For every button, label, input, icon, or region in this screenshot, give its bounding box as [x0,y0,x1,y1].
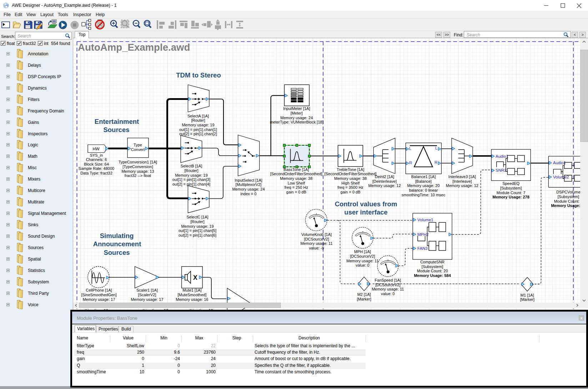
svg-text:gain = 0 dB: gain = 0 dB [341,190,361,194]
svg-text:[TypeConversion]: [TypeConversion] [122,165,153,169]
svg-text:HW: HW [92,147,99,151]
svg-text:L: L [435,146,438,150]
svg-text:Mute1 [1A]: Mute1 [1A] [182,288,201,292]
svg-text:SelectA [1A]: SelectA [1A] [187,114,209,118]
svg-text:L: L [409,146,412,151]
svg-text:gain = 0 dB: gain = 0 dB [286,190,306,194]
svg-text:Memory usage: 38: Memory usage: 38 [334,176,367,181]
svg-text:Memory usage: 38: Memory usage: 38 [280,176,312,181]
svg-text:[Balance]: [Balance] [415,179,432,183]
svg-text:[Deinterleave]: [Deinterleave] [372,179,397,183]
svg-text:Volume2: Volume2 [553,175,569,179]
svg-text:X: X [193,274,197,281]
svg-text:[DCSourceV2]: [DCSourceV2] [375,283,400,287]
svg-text:[DCSourceV2]: [DCSourceV2] [350,254,375,258]
svg-text:Entertainment: Entertainment [95,118,139,125]
svg-text:Memory usage: 17: Memory usage: 17 [82,297,115,302]
svg-text:BassTone [1A]: BassTone [1A] [283,167,309,172]
svg-text:FAN3: FAN3 [417,246,428,251]
svg-text:[MuteSmoothed]: [MuteSmoothed] [178,293,207,297]
svg-text:value: -9: value: -9 [309,246,324,250]
svg-text:M2 [1A]: M2 [1A] [357,292,371,297]
svg-text:SNR2: SNR2 [496,168,507,172]
svg-text:Interleave3 [1A]: Interleave3 [1A] [448,175,476,179]
svg-text:MPH [1A]: MPH [1A] [354,249,371,254]
svg-text:InputSelect [1A]: InputSelect [1A] [235,178,262,182]
svg-text:freq = 3500 Hz: freq = 3500 Hz [337,185,363,190]
svg-text:Low Shelf: Low Shelf [288,181,305,185]
svg-text:out[2] = pin[1].chan[4]: out[2] = pin[1].chan[4] [172,182,210,186]
svg-text:value: 0: value: 0 [381,292,395,296]
svg-text:Sample Rate: 48000: Sample Rate: 48000 [79,166,114,171]
svg-text:Memory usage: 11: Memory usage: 11 [346,259,378,263]
svg-text:Memory usage: 11: Memory usage: 11 [300,241,332,246]
svg-text:Control values from: Control values from [335,200,397,208]
svg-text:Module Count: 20: Module Count: 20 [417,269,448,273]
svg-text:Audio1: Audio1 [496,154,508,158]
svg-text:Sources: Sources [104,249,130,256]
svg-text:Volume1: Volume1 [417,218,433,222]
svg-text:[Marker]: [Marker] [357,297,371,301]
svg-text:ComputeSNR: ComputeSNR [420,260,444,264]
svg-text:[SecondOrderFilterSmoothed]: [SecondOrderFilterSmoothed] [270,172,322,176]
svg-text:Memory usage: 16: Memory usage: 16 [176,297,208,302]
svg-text:Memory usage: 12: Memory usage: 12 [368,183,401,188]
svg-text:Announcement: Announcement [93,240,141,248]
svg-text:Memory usage: 17: Memory usage: 17 [131,297,163,302]
svg-text:user interface: user interface [344,208,387,216]
svg-text:Balance1 [1A]: Balance1 [1A] [411,175,436,179]
svg-text:fract32 --> float: fract32 --> float [125,173,151,178]
svg-text:Memory usage: 19: Memory usage: 19 [181,224,213,228]
svg-text:[Subsystem]: [Subsystem] [500,186,522,190]
svg-text:meterType: VUMeterBlock [18]: meterType: VUMeterBlock [18] [270,120,323,124]
svg-text:Memory Usage: 584: Memory Usage: 584 [414,273,451,278]
svg-text:Memory usage: 12: Memory usage: 12 [446,183,478,188]
svg-text:Simulating: Simulating [100,232,134,239]
svg-text:M1 [1A]: M1 [1A] [521,293,534,297]
svg-text:Data Type: fract32: Data Type: fract32 [80,171,112,175]
svg-text:Memory usage: 19: Memory usage: 19 [175,173,207,177]
svg-text:Channels: 6: Channels: 6 [86,157,107,162]
svg-text:[ScalerV2]: [ScalerV2] [138,293,156,297]
svg-text:value: 0: value: 0 [356,263,370,267]
svg-text:Type: Type [134,143,142,147]
svg-text:out[2] = pin[1].chan[6]: out[2] = pin[1].chan[6] [179,233,216,237]
svg-text:InputMeter [1A]: InputMeter [1A] [283,106,310,111]
svg-text:Memory usage: 19: Memory usage: 19 [182,123,214,127]
svg-text:[Marker]: [Marker] [520,297,534,302]
svg-text:Module Count: 7: Module Count: 7 [497,191,526,195]
svg-text:R: R [434,160,437,165]
svg-text:[Subsystem]: [Subsystem] [558,194,579,199]
svg-text:TrebleTone [1A]: TrebleTone [1A] [337,167,364,172]
svg-text:[SineSmoothedGen]: [SineSmoothedGen] [81,293,116,297]
svg-text:out[1] = pin[1].chan[1]: out[1] = pin[1].chan[1] [179,127,217,132]
svg-text:[Router]: [Router] [184,168,198,173]
svg-text:[Subsystem]: [Subsystem] [422,264,443,269]
svg-text:High Shelf: High Shelf [341,181,360,185]
svg-text:SelectC [1A]: SelectC [1A] [186,215,208,219]
svg-text:freq = 250 Hz: freq = 250 Hz [285,185,308,190]
svg-text:out[1] = pin[1].chan[5]: out[1] = pin[1].chan[5] [179,228,216,233]
svg-text:smoothingTime: 10 msec: smoothingTime: 10 msec [402,193,446,197]
svg-text:[DCSourceV2]: [DCSourceV2] [304,237,329,241]
svg-text:Memory usage: 13: Memory usage: 13 [121,169,154,173]
svg-text:[SecondOrderFilterSmoothed]: [SecondOrderFilterSmoothed] [325,172,377,176]
svg-text:FanSpeed [1A]: FanSpeed [1A] [375,278,401,282]
svg-text:[Router]: [Router] [190,219,204,224]
svg-text:Memory usage: 20: Memory usage: 20 [407,183,439,188]
svg-text:[MultiplexorV2]: [MultiplexorV2] [236,182,262,187]
svg-text:[Interleave]: [Interleave] [452,179,472,183]
svg-text:Memory usage: 24: Memory usage: 24 [232,187,265,191]
svg-text:Module Count: 5: Module Count: 5 [554,199,583,203]
svg-text:Convert: Convert [131,147,145,152]
svg-text:SYS_in: SYS_in [90,153,103,157]
svg-text:SelectB [1A]: SelectB [1A] [181,164,202,168]
svg-text:Audio1: Audio1 [553,161,566,165]
svg-text:R: R [409,161,412,165]
svg-text:out[2] = pin[1].chan[2]: out[2] = pin[1].chan[2] [179,132,217,136]
svg-text:[Router]: [Router] [191,118,205,122]
svg-text:balance: 0 linear: balance: 0 linear [409,188,438,192]
svg-text:TypeConversion1 [1A]: TypeConversion1 [1A] [119,160,157,164]
svg-text:TDM to Stereo: TDM to Stereo [176,71,221,79]
svg-text:index = 0: index = 0 [241,192,257,196]
